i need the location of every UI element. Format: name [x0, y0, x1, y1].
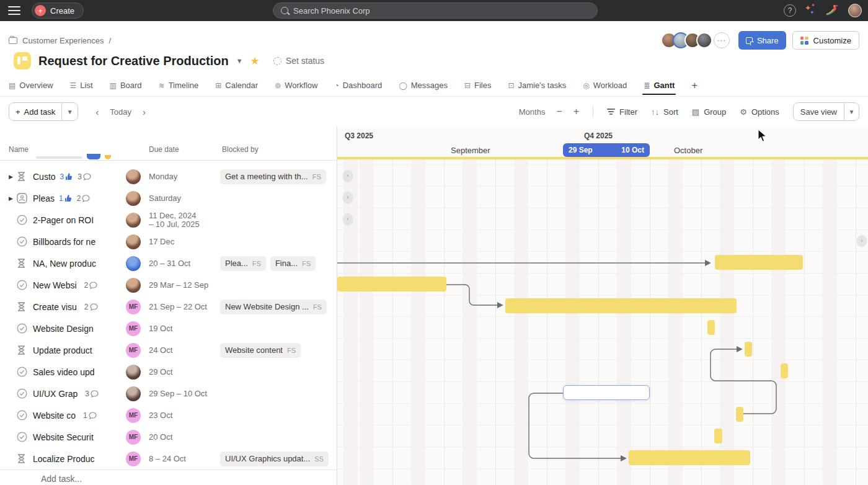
hamburger-menu-icon[interactable] [8, 6, 20, 15]
zoom-level-label[interactable]: Months [519, 107, 546, 117]
approval-hourglass-icon[interactable] [17, 258, 27, 269]
due-date-cell[interactable]: Saturday [126, 191, 220, 206]
task-check-icon[interactable] [17, 323, 27, 334]
task-name[interactable]: Localize Produc [33, 454, 95, 464]
comment-count[interactable]: 3 [85, 389, 99, 398]
tab-workflow[interactable]: ⊚Workflow [275, 74, 317, 97]
tab-files[interactable]: ⊟Files [464, 74, 492, 97]
assignee-avatar[interactable] [126, 256, 141, 271]
task-name[interactable]: Website Design [33, 324, 94, 334]
table-row[interactable]: ▶2-Pager on ROI11 Dec, 2024 – 10 Jul, 20… [0, 209, 337, 231]
assignee-avatar[interactable] [126, 365, 141, 380]
filter-button[interactable]: Filter [607, 107, 637, 117]
column-header-due-date[interactable]: Due date [149, 145, 179, 154]
task-check-icon[interactable] [17, 432, 27, 442]
column-header-name[interactable]: Name [9, 145, 29, 154]
save-view-dropdown[interactable]: ▼ [844, 103, 859, 120]
assignee-avatar[interactable] [126, 213, 141, 228]
table-row[interactable]: ▶Website DesignMF19 Oct [0, 318, 337, 339]
scroll-to-bar-left-indicator[interactable]: ‹ [343, 170, 353, 181]
table-row[interactable]: ▶Sales video upd29 Oct [0, 361, 337, 383]
blocked-by-chip[interactable]: UI/UX Graphics updat...SS [220, 452, 329, 466]
customize-button[interactable]: Customize [792, 31, 859, 50]
assignee-avatar[interactable] [126, 169, 141, 184]
set-status-button[interactable]: Set status [273, 56, 324, 66]
table-row[interactable]: ▶NA, New produc20 – 31 OctPlea...FSFina.… [0, 252, 337, 274]
save-view-button[interactable]: Save view ▼ [793, 102, 859, 121]
assignee-avatar[interactable] [126, 278, 141, 293]
gantt-bar-ui-ux-grap[interactable] [563, 385, 650, 400]
sort-button[interactable]: ↑↓ Sort [651, 107, 678, 117]
due-date-cell[interactable]: 20 – 31 Oct [126, 256, 220, 271]
due-date-cell[interactable]: MF24 Oct [126, 343, 220, 358]
blocked-by-chip[interactable]: Get a meeting with th...FS [220, 169, 326, 184]
more-members-button[interactable]: ··· [714, 32, 730, 48]
gantt-bar-update-product[interactable] [745, 342, 752, 357]
tab-jamie-s-tasks[interactable]: ⊡Jamie's tasks [508, 74, 566, 97]
blocked-by-chip[interactable]: Website contentFS [220, 343, 301, 358]
group-button[interactable]: ▤ Group [692, 107, 726, 117]
tab-board[interactable]: ▥Board [110, 74, 142, 97]
expand-caret-icon[interactable]: ▶ [9, 195, 17, 202]
approval-hourglass-icon[interactable] [17, 345, 27, 355]
assignee-avatar[interactable]: MF [126, 321, 141, 336]
approval-hourglass-icon[interactable] [17, 301, 27, 312]
favorite-star-icon[interactable]: ★ [250, 55, 260, 68]
task-check-icon[interactable] [17, 236, 27, 247]
person-task-icon[interactable] [17, 193, 27, 203]
task-name[interactable]: Website co [33, 411, 76, 420]
assignee-avatar[interactable]: MF [126, 343, 141, 358]
tab-gantt[interactable]: ≣Gantt [644, 74, 675, 97]
due-date-cell[interactable]: MF20 Oct [126, 430, 220, 445]
search-input[interactable]: Search Phoenix Corp [273, 2, 598, 19]
task-check-icon[interactable] [17, 388, 27, 399]
task-check-icon[interactable] [17, 215, 27, 225]
member-avatar[interactable] [696, 32, 712, 48]
add-view-button[interactable]: + [691, 79, 698, 92]
task-name[interactable]: New Websi [33, 280, 77, 290]
assignee-avatar[interactable]: MF [126, 452, 141, 466]
task-name[interactable]: Custo [33, 172, 56, 182]
like-count[interactable]: 1 [59, 194, 72, 203]
task-check-icon[interactable] [17, 367, 27, 377]
assignee-avatar[interactable]: MF [126, 408, 141, 423]
breadcrumb[interactable]: Customer Experiences / [9, 36, 111, 45]
like-count[interactable]: 3 [60, 172, 73, 181]
prev-period-button[interactable]: ‹ [95, 107, 99, 117]
due-date-cell[interactable]: MF21 Sep – 22 Oct [126, 300, 220, 314]
table-row[interactable]: ▶New Websi229 Mar – 12 Sep [0, 274, 337, 296]
table-row[interactable]: ▶Billboards for ne17 Dec [0, 231, 337, 252]
task-name[interactable]: 2-Pager on ROI [33, 215, 94, 225]
column-header-blocked-by[interactable]: Blocked by [222, 145, 259, 154]
approval-hourglass-icon[interactable] [17, 171, 27, 182]
tab-dashboard[interactable]: ◔Dashboard [334, 74, 382, 97]
assignee-avatar[interactable]: MF [126, 430, 141, 445]
due-date-cell[interactable]: 29 Oct [126, 365, 220, 380]
gantt-bar-na-new-produc[interactable] [715, 255, 803, 270]
task-name[interactable]: Sales video upd [33, 367, 95, 377]
gantt-bar-localize-produc[interactable] [629, 450, 750, 465]
ai-sparkles-icon[interactable]: ✦✦✦ [805, 5, 816, 16]
task-name[interactable]: Billboards for ne [33, 237, 95, 247]
due-date-cell[interactable]: 11 Dec, 2024 – 10 Jul, 2025 [126, 211, 220, 229]
table-row[interactable]: ▶Website co1MF23 Oct [0, 404, 337, 426]
assignee-avatar[interactable] [126, 191, 141, 206]
table-row[interactable]: ▶Localize ProducMF8 – 24 OctUI/UX Graphi… [0, 448, 337, 469]
assignee-avatar[interactable] [126, 386, 141, 401]
due-date-cell[interactable]: 17 Dec [126, 234, 220, 249]
tab-calendar[interactable]: ⊞Calendar [215, 74, 258, 97]
due-date-cell[interactable]: MF8 – 24 Oct [126, 452, 220, 466]
table-row[interactable]: ▶Create visu2MF21 Sep – 22 OctNew Websit… [0, 296, 337, 318]
gantt-bar-new-websi[interactable] [337, 277, 446, 291]
table-row[interactable]: ▶UI/UX Grap329 Sep – 10 Oct [0, 383, 337, 404]
task-check-icon[interactable] [17, 410, 27, 420]
tab-workload[interactable]: ◎Workload [583, 74, 627, 97]
selected-date-range[interactable]: 29 Sep 10 Oct [563, 143, 650, 157]
tab-list[interactable]: ☰List [70, 74, 93, 97]
comment-count[interactable]: 2 [77, 194, 91, 203]
gantt-bar-sales-video-upd[interactable] [781, 363, 788, 378]
gantt-bar-website-co[interactable] [736, 407, 743, 422]
table-row[interactable]: ▶Website SecuritMF20 Oct [0, 426, 337, 448]
table-row[interactable]: ▶Pleas12Saturday [0, 187, 337, 209]
zoom-in-button[interactable]: + [574, 106, 579, 117]
